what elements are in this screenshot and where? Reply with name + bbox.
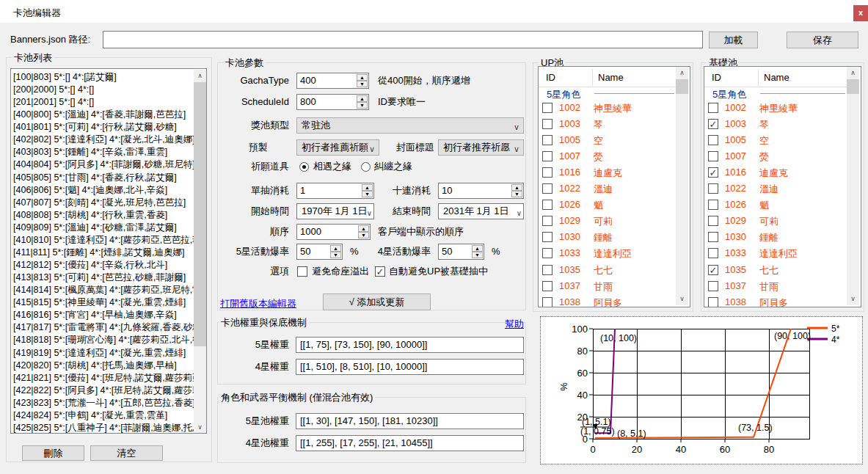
gacha-type-spinner[interactable]: 400▲▼: [296, 73, 369, 89]
clear-button[interactable]: 清空: [90, 445, 163, 461]
spin-down-icon[interactable]: ▼: [330, 252, 341, 258]
row-checkbox[interactable]: [542, 151, 552, 161]
pool-row[interactable]: 1002神里綾華: [704, 100, 861, 116]
row-checkbox[interactable]: ✓: [708, 265, 718, 275]
list-item[interactable]: [425|825] 5*:[八重神子] 4*:[菲謝爾,迪奧娜,托馬]: [13, 422, 204, 434]
list-item[interactable]: [419|819] 5*:[達達利亞] 4*:[凝光,重雲,煙緋]: [13, 347, 186, 360]
list-item[interactable]: [407|807] 5*:[刻晴] 4*:[凝光,班尼特,芭芭拉]: [13, 197, 186, 209]
list-item[interactable]: [421|821] 5*:[優菈] 4*:[班尼特,諾艾爾,蘿莎莉亞]: [13, 372, 204, 384]
spin-down-icon[interactable]: ▼: [357, 81, 368, 87]
help-link[interactable]: 幫助: [505, 318, 524, 331]
list-item[interactable]: [410|810] 5*:[達達利亞] 4*:[蘿莎莉亞,芭芭拉,菲謝爾]: [13, 234, 207, 247]
spin-up-icon[interactable]: ▲: [357, 95, 368, 102]
list-item[interactable]: [422|822] 5*:[阿貝多] 4*:[班尼特,諾艾爾,蘿莎莉亞]: [13, 384, 207, 397]
pool-scrollbar[interactable]: ∧∨: [676, 67, 688, 305]
pool-row[interactable]: 1033達達利亞: [704, 245, 861, 261]
spin-down-icon[interactable]: ▼: [357, 102, 368, 109]
delete-button[interactable]: 刪除: [22, 445, 84, 461]
open-old-editor-link[interactable]: 打開舊版本編輯器: [220, 297, 296, 310]
pool-list-scrollbar[interactable]: ∧ ∨: [194, 70, 206, 434]
pool-row[interactable]: 1005空: [704, 132, 861, 148]
row-checkbox[interactable]: [542, 265, 552, 275]
pool-type-select[interactable]: 常驻池∨: [296, 117, 524, 134]
list-item[interactable]: [200|2000] 5*:[] 4*:[]: [13, 84, 94, 96]
row-checkbox[interactable]: [542, 135, 552, 145]
row-checkbox[interactable]: [708, 297, 718, 307]
list-item[interactable]: [404|804] 5*:[阿貝多] 4*:[菲謝爾,砂糖,班尼特]: [13, 158, 195, 171]
pool-row[interactable]: 1026魈: [539, 197, 690, 213]
row-checkbox[interactable]: [708, 103, 718, 113]
spin-down-icon[interactable]: ▼: [511, 191, 522, 197]
pool-scrollbar[interactable]: ∧∨: [847, 67, 859, 305]
row-checkbox[interactable]: [542, 119, 552, 129]
list-item[interactable]: [418|818] 5*:[珊瑚宮心海] 4*:[蘿莎莉亞,北斗,行秋]: [13, 334, 207, 346]
rate4-spinner[interactable]: 50▲▼: [438, 244, 484, 260]
list-item[interactable]: [420|820] 5*:[胡桃] 4*:[托馬,迪奧娜,早柚]: [13, 360, 177, 372]
end-time-picker[interactable]: 2031年 1月 1日∨: [438, 203, 524, 219]
list-item[interactable]: [411|811] 5*:[鍾離] 4*:[煙緋,諾艾爾,迪奧娜]: [13, 247, 184, 259]
row-checkbox[interactable]: [542, 281, 552, 291]
pool-row[interactable]: 1029可莉: [539, 213, 690, 229]
cover-title-select[interactable]: 初行者推荐祈愿∨: [438, 139, 524, 156]
list-item[interactable]: [412|812] 5*:[優菈] 4*:[辛焱,行秋,北斗]: [13, 259, 167, 271]
scroll-up-icon[interactable]: ∧: [676, 67, 688, 79]
save-button[interactable]: 保存: [787, 32, 858, 48]
pool-row[interactable]: 1038阿貝多: [539, 294, 690, 307]
pool-row[interactable]: 1038阿貝多: [704, 294, 861, 307]
scroll-up-icon[interactable]: ∧: [194, 70, 206, 82]
pool-row[interactable]: 1029可莉: [704, 213, 861, 229]
rate5-spinner[interactable]: 50▲▼: [296, 244, 343, 260]
list-item[interactable]: [423|823] 5*:[荒瀧一斗] 4*:[五郎,芭芭拉,香菱]: [13, 397, 195, 409]
pool-row[interactable]: ✓1003琴: [704, 116, 861, 132]
pool-row[interactable]: 1037甘雨: [539, 278, 690, 294]
spin-up-icon[interactable]: ▲: [330, 245, 341, 252]
row-checkbox[interactable]: [542, 248, 552, 258]
list-item[interactable]: [409|809] 5*:[溫迪] 4*:[砂糖,雷澤,諾艾爾]: [13, 222, 177, 234]
spin-down-icon[interactable]: ▼: [358, 232, 369, 238]
pool-row[interactable]: 1016迪盧克: [539, 164, 690, 181]
list-item[interactable]: [417|817] 5*:[雷電將軍] 4*:[九條裟羅,香菱,砂糖]: [13, 321, 204, 334]
weight5-input[interactable]: [[1, 75], [73, 150], [90, 10000]]: [296, 337, 524, 353]
list-item[interactable]: [201|2001] 5*:[] 4*:[]: [13, 96, 94, 109]
list-item[interactable]: [413|813] 5*:[可莉] 4*:[芭芭拉,砂糖,菲謝爾]: [13, 271, 186, 284]
ten-cost-spinner[interactable]: 10▲▼: [438, 183, 524, 199]
row-checkbox[interactable]: [542, 216, 552, 226]
pool-row[interactable]: 1007熒: [539, 148, 690, 164]
path-input[interactable]: [103, 31, 703, 48]
list-item[interactable]: [415|815] 5*:[神里綾華] 4*:[凝光,重雲,煙緋]: [13, 296, 186, 309]
base-pool-table[interactable]: IDName5星角色1002神里綾華✓1003琴1005空1007熒✓1016迪…: [704, 66, 861, 307]
list-item[interactable]: [400|800] 5*:[溫迪] 4*:[香菱,菲謝爾,芭芭拉]: [13, 109, 186, 121]
radio-intertwined-fate[interactable]: [361, 162, 371, 172]
pool-row[interactable]: 1030鍾離: [704, 229, 861, 245]
pool-row[interactable]: 1005空: [539, 132, 690, 148]
checkbox-avoid-constellation-overflow[interactable]: [297, 266, 307, 277]
pool-listbox[interactable]: [425|825] 5*:[八重神子] 4*:[菲謝爾,迪奧娜,托馬][424|…: [10, 68, 207, 434]
weight4-input[interactable]: [[1, 510], [8, 510], [10, 10000]]: [296, 359, 524, 375]
pool-row[interactable]: 1033達達利亞: [539, 245, 690, 261]
pool-row[interactable]: ✓1035七七: [704, 262, 861, 278]
row-checkbox[interactable]: [708, 200, 718, 210]
list-item[interactable]: [100|803] 5*:[] 4*:[諾艾爾]: [13, 71, 117, 84]
radio-acquaint-fate[interactable]: [299, 162, 309, 172]
scroll-up-icon[interactable]: ∧: [847, 67, 859, 79]
row-checkbox[interactable]: ✓: [708, 167, 718, 178]
pool-row[interactable]: 1022溫迪: [539, 181, 690, 197]
list-item[interactable]: [406|806] 5*:[魈] 4*:[迪奧娜,北斗,辛焱]: [13, 184, 167, 197]
row-checkbox[interactable]: [542, 232, 552, 242]
pool-row[interactable]: 1007熒: [704, 148, 861, 164]
row-checkbox[interactable]: [542, 200, 552, 210]
list-item[interactable]: [416|816] 5*:[宵宮] 4*:[早柚,迪奧娜,辛焱]: [13, 309, 177, 321]
pool-row[interactable]: 1003琴: [539, 116, 690, 132]
spin-down-icon[interactable]: ▼: [472, 252, 483, 258]
list-item[interactable]: [408|808] 5*:[胡桃] 4*:[行秋,重雲,香菱]: [13, 209, 167, 222]
up-pool-table[interactable]: IDName5星角色1002神里綾華1003琴1005空1007熒1016迪盧克…: [538, 66, 690, 307]
spin-up-icon[interactable]: ▲: [358, 225, 369, 232]
row-checkbox[interactable]: [542, 167, 552, 178]
pool-row[interactable]: 1035七七: [539, 262, 690, 278]
row-checkbox[interactable]: [542, 103, 552, 113]
pool-row[interactable]: 1002神里綾華: [539, 100, 690, 116]
scroll-down-icon[interactable]: ∨: [847, 293, 859, 305]
list-item[interactable]: [402|802] 5*:[達達利亞] 4*:[凝光,北斗,迪奧娜]: [13, 134, 195, 146]
row-checkbox[interactable]: ✓: [708, 119, 718, 129]
list-item[interactable]: [401|801] 5*:[可莉] 4*:[行秋,諾艾爾,砂糖]: [13, 121, 177, 134]
